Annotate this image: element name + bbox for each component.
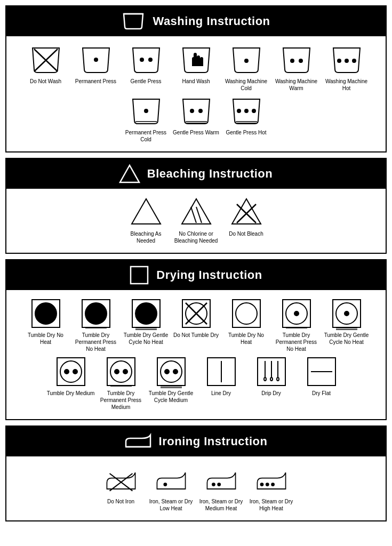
bleaching-body: Bleaching As Needed No Chlorine or Bleac… xyxy=(6,189,386,253)
drying-icons-row: Tumble Dry No Heat Tumble Dry Permanent … xyxy=(12,298,380,411)
ironing-header: Ironing Instruction xyxy=(6,427,386,456)
gentle-press-item: Gentle Press xyxy=(122,44,170,92)
svg-line-37 xyxy=(196,207,202,223)
svg-point-99 xyxy=(212,483,214,486)
washing-machine-hot-label: Washing Machine Hot xyxy=(323,78,371,92)
tumble-dry-no-heat-label: Tumble Dry No Heat xyxy=(22,332,70,346)
svg-point-43 xyxy=(35,303,57,324)
iron-medium-label: Iron, Steam or Dry Medium Heat xyxy=(197,498,245,512)
bleaching-title: Bleaching Instruction xyxy=(147,167,273,181)
gentle-press-hot-item: Gentle Press Hot xyxy=(222,95,270,143)
washing-body: Do Not Wash Permanent Press xyxy=(6,36,386,151)
drying-title: Drying Instruction xyxy=(156,268,262,282)
washing-machine-cold-item: Washing Machine Cold xyxy=(222,44,270,92)
do-not-iron-item: Do Not Iron xyxy=(97,464,145,512)
line-dry-label: Line Dry xyxy=(211,390,231,397)
tumble-dry-pp-no-heat-label: Tumble Dry Permanent Press No Heat xyxy=(72,332,120,352)
washing-machine-cold-label: Washing Machine Cold xyxy=(222,78,270,92)
dry-flat-label: Dry Flat xyxy=(312,390,331,397)
tumble-dry-medium-label: Tumble Dry Medium xyxy=(47,390,95,397)
tumble-dry-no-heat-item: Tumble Dry No Heat xyxy=(22,298,70,352)
tumble-dry-gentle-no-heat-2-item: Tumble Dry Gentle Cycle No Heat xyxy=(323,298,371,352)
tumble-dry-gentle-medium-label: Tumble Dry Gentle Cycle Medium xyxy=(147,390,195,404)
washing-header-icon xyxy=(122,12,145,31)
tumble-dry-gentle-no-heat-2-label: Tumble Dry Gentle Cycle No Heat xyxy=(323,332,371,346)
iron-high-label: Iron, Steam or Dry High Heat xyxy=(247,498,295,512)
iron-low-item: Iron, Steam or Dry Low Heat xyxy=(147,464,195,512)
do-not-iron-label: Do Not Iron xyxy=(107,498,134,505)
svg-rect-55 xyxy=(233,300,260,327)
washing-machine-warm-item: Washing Machine Warm xyxy=(273,44,321,92)
drip-dry-item: Drip Dry xyxy=(247,356,295,411)
svg-point-59 xyxy=(294,311,299,316)
do-not-bleach-item: Do Not Bleach xyxy=(222,196,270,244)
do-not-wash-item: Do Not Wash xyxy=(22,44,70,92)
do-not-wash-label: Do Not Wash xyxy=(30,78,61,85)
ironing-body: Do Not Iron Iron, Steam or Dry Low Heat xyxy=(6,456,386,520)
bleaching-section: Bleaching Instruction Bleaching As Neede… xyxy=(5,158,387,254)
svg-point-103 xyxy=(266,483,268,486)
svg-point-77 xyxy=(165,370,169,374)
tumble-dry-pp-no-heat-item: Tumble Dry Permanent Press No Heat xyxy=(72,298,120,352)
tumble-dry-gentle-no-heat-item: Tumble Dry Gentle Cycle No Heat xyxy=(122,298,170,352)
svg-point-21 xyxy=(145,109,148,113)
hand-wash-label: Hand Wash xyxy=(182,78,210,85)
drying-header: Drying Instruction xyxy=(6,260,386,290)
hand-wash-item: Hand Wash xyxy=(172,44,220,92)
svg-point-13 xyxy=(291,59,294,62)
bleaching-header: Bleaching Instruction xyxy=(6,159,386,189)
ironing-header-icon xyxy=(125,432,151,451)
svg-point-63 xyxy=(345,311,349,316)
ironing-section: Ironing Instruction Do Not Iron xyxy=(5,425,387,521)
no-chlorine-label: No Chlorine or Bleaching Needed xyxy=(172,230,220,244)
ironing-icons-row: Do Not Iron Iron, Steam or Dry Low Heat xyxy=(12,464,380,512)
tumble-dry-gentle-medium-item: Tumble Dry Gentle Cycle Medium xyxy=(147,356,195,411)
svg-rect-66 xyxy=(57,358,85,386)
gentle-press-warm-label: Gentle Press Warm xyxy=(173,129,219,136)
permanent-press-label: Permanent Press xyxy=(75,78,116,85)
svg-point-87 xyxy=(264,378,266,381)
bleaching-as-needed-label: Bleaching As Needed xyxy=(122,230,170,244)
drying-section: Drying Instruction Tumble Dry No Heat Tu… xyxy=(5,259,387,420)
washing-section: Washing Instruction Do Not Wash xyxy=(5,5,387,152)
svg-point-16 xyxy=(338,59,341,62)
svg-point-73 xyxy=(123,370,127,374)
svg-point-100 xyxy=(218,483,220,486)
tumble-dry-gentle-no-heat-label: Tumble Dry Gentle Cycle No Heat xyxy=(122,332,170,346)
svg-marker-38 xyxy=(232,199,261,224)
tumble-dry-no-heat-2-label: Tumble Dry No Heat xyxy=(222,332,270,346)
bleaching-as-needed-item: Bleaching As Needed xyxy=(122,196,170,244)
svg-point-26 xyxy=(199,109,202,113)
do-not-bleach-label: Do Not Bleach xyxy=(229,230,263,237)
svg-point-68 xyxy=(65,370,69,374)
svg-marker-34 xyxy=(132,199,161,224)
do-not-tumble-dry-item: Do Not Tumble Dry xyxy=(172,298,220,352)
no-chlorine-item: No Chlorine or Bleaching Needed xyxy=(172,196,220,244)
svg-rect-41 xyxy=(131,267,148,284)
tumble-dry-pp-medium-label: Tumble Dry Permanent Press Medium xyxy=(97,390,145,411)
svg-point-56 xyxy=(236,303,257,324)
svg-rect-70 xyxy=(107,358,135,386)
gentle-press-label: Gentle Press xyxy=(131,78,162,85)
ironing-title: Ironing Instruction xyxy=(159,435,268,448)
svg-point-71 xyxy=(110,361,132,382)
svg-point-88 xyxy=(270,378,273,381)
svg-point-97 xyxy=(164,483,166,486)
svg-marker-33 xyxy=(120,165,139,182)
do-not-tumble-dry-label: Do Not Tumble Dry xyxy=(173,332,219,339)
washing-machine-warm-label: Washing Machine Warm xyxy=(273,78,321,92)
tumble-dry-pp-no-heat-2-label: Tumble Dry Permanent Press No Heat xyxy=(273,332,321,352)
svg-point-17 xyxy=(345,59,348,62)
svg-point-25 xyxy=(190,109,194,113)
permanent-press-item: Permanent Press xyxy=(72,44,120,92)
bleaching-header-icon xyxy=(119,164,140,183)
svg-point-48 xyxy=(135,303,157,324)
tumble-dry-medium-item: Tumble Dry Medium xyxy=(47,356,95,411)
svg-line-36 xyxy=(191,207,196,223)
svg-point-78 xyxy=(173,370,178,374)
svg-point-30 xyxy=(237,109,241,113)
svg-point-69 xyxy=(73,370,77,374)
svg-point-5 xyxy=(94,58,98,61)
svg-point-11 xyxy=(245,59,248,62)
line-dry-item: Line Dry xyxy=(197,356,245,411)
